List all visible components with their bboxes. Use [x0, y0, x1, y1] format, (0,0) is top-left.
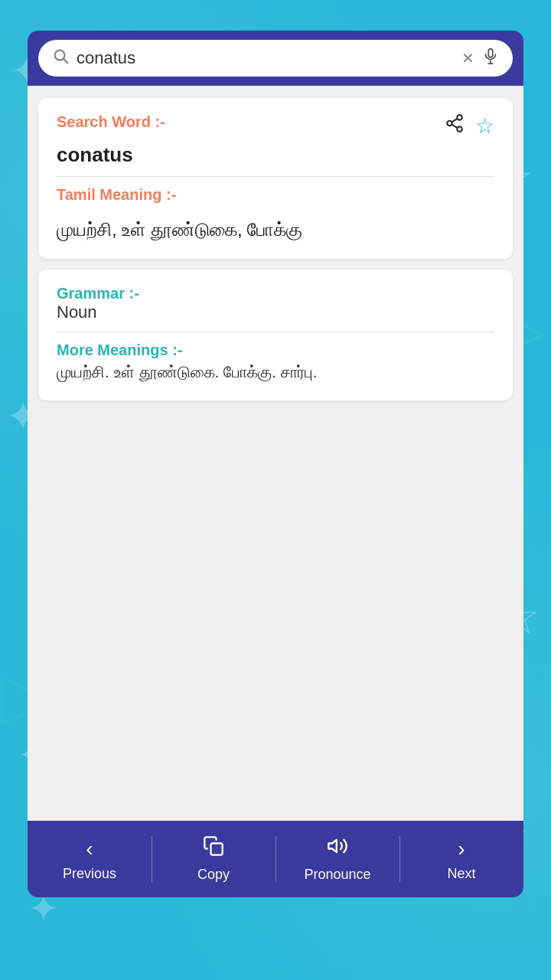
svg-rect-10 — [211, 844, 223, 855]
previous-button[interactable]: ‹ Previous — [28, 821, 152, 897]
copy-label: Copy — [197, 867, 230, 883]
grammar-card: Grammar :- Noun More Meanings :- முயற்சி… — [38, 270, 513, 400]
app-container: ✕ Search Word :- — [28, 31, 523, 897]
next-icon: › — [458, 837, 465, 861]
mic-icon[interactable] — [482, 47, 499, 69]
next-button[interactable]: › Next — [399, 821, 523, 897]
search-word-card: Search Word :- ☆ conatus — [38, 98, 513, 259]
copy-button[interactable]: Copy — [152, 821, 276, 897]
search-bar: ✕ — [38, 40, 513, 77]
copy-icon — [203, 835, 224, 862]
pronounce-button[interactable]: Pronounce — [276, 821, 399, 897]
bottom-nav: ‹ Previous Copy Pronounce — [28, 821, 523, 897]
card-header-row: Search Word :- ☆ — [57, 113, 494, 143]
pronounce-label: Pronounce — [304, 867, 370, 883]
main-content: Search Word :- ☆ conatus — [28, 86, 523, 821]
previous-icon: ‹ — [86, 837, 93, 861]
search-word-label: Search Word :- — [57, 113, 165, 131]
search-word-value: conatus — [57, 143, 494, 167]
divider-2 — [57, 332, 494, 332]
divider-1 — [57, 176, 494, 177]
svg-rect-2 — [488, 49, 493, 57]
pronounce-icon — [327, 835, 348, 862]
svg-line-1 — [64, 59, 67, 63]
next-label: Next — [447, 866, 475, 882]
svg-marker-11 — [328, 840, 337, 852]
svg-line-9 — [452, 119, 457, 122]
more-meanings-label: More Meanings :- — [57, 341, 182, 358]
tamil-meaning-value: முயற்சி, உள் தூண்டுகை, போக்கு — [57, 216, 494, 243]
clear-icon[interactable]: ✕ — [461, 49, 474, 67]
favorite-icon[interactable]: ☆ — [475, 113, 494, 139]
svg-line-8 — [452, 125, 457, 128]
more-meanings-value: முயற்சி. உள் தூண்டுகை. போக்கு. சார்பு. — [57, 359, 494, 385]
search-icon — [52, 47, 69, 69]
share-icon[interactable] — [445, 113, 465, 139]
search-bar-wrapper: ✕ — [28, 31, 523, 86]
card-actions: ☆ — [445, 113, 494, 139]
search-input[interactable] — [77, 48, 454, 68]
grammar-value: Noun — [57, 302, 494, 322]
tamil-meaning-label: Tamil Meaning :- — [57, 186, 494, 204]
grammar-label: Grammar :- — [57, 285, 139, 302]
previous-label: Previous — [63, 866, 116, 882]
